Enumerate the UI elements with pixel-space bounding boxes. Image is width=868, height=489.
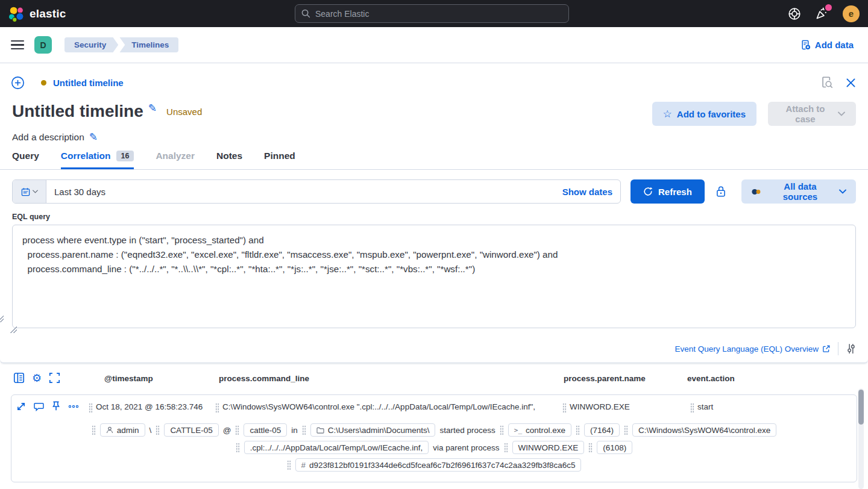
add-data-label: Add data (815, 40, 854, 50)
parent-process-badge[interactable]: WINWORD.EXE (512, 441, 585, 454)
description-row[interactable]: Add a description ✎ (0, 126, 868, 143)
drag-handle[interactable] (504, 443, 508, 453)
external-link-icon (822, 345, 830, 353)
lock-icon[interactable] (714, 185, 728, 198)
timeline-status-dot (41, 80, 46, 86)
pin-event-icon[interactable] (52, 401, 60, 411)
drag-handle[interactable] (235, 425, 239, 435)
close-icon[interactable] (846, 78, 856, 88)
drag-handle[interactable] (576, 425, 580, 435)
user-badge[interactable]: admin (100, 423, 145, 437)
user-avatar[interactable]: e (843, 5, 860, 22)
eql-query-label: EQL query (12, 213, 856, 221)
more-actions-icon[interactable] (68, 402, 79, 411)
data-sources-label: All data sources (767, 181, 833, 202)
drag-handle[interactable] (215, 403, 219, 413)
date-quick-select-button[interactable] (13, 180, 46, 203)
drag-handle[interactable] (236, 443, 240, 453)
drag-handle[interactable] (92, 425, 96, 435)
drag-handle[interactable] (562, 403, 567, 413)
cell-event-action[interactable]: start (690, 402, 713, 413)
drag-handle[interactable] (500, 425, 504, 435)
cell-command-line[interactable]: C:\Windows\SysWOW64\control.exe ".cpl:..… (215, 402, 562, 413)
scrollbar-thumb[interactable] (858, 390, 864, 425)
hostname-badge[interactable]: CATTLE-05 (164, 423, 218, 437)
tab-pinned[interactable]: Pinned (264, 151, 295, 169)
add-to-favorites-button[interactable]: ☆ Add to favorites (652, 102, 756, 126)
chevron-down-icon (838, 111, 845, 116)
breadcrumb-timelines[interactable]: Timelines (119, 37, 178, 53)
edit-title-icon[interactable]: ✎ (148, 102, 157, 114)
process-name-badge[interactable]: >_ control.exe (508, 423, 571, 437)
parent-pid-badge[interactable]: (6108) (597, 441, 632, 454)
hash-icon: # (301, 461, 306, 470)
breadcrumb: Security Timelines (64, 37, 178, 53)
fullscreen-icon[interactable] (49, 372, 60, 384)
show-dates-button[interactable]: Show dates (562, 187, 612, 197)
host-badge[interactable]: cattle-05 (244, 423, 287, 437)
drag-handle[interactable] (624, 425, 628, 435)
drag-handle[interactable] (690, 403, 694, 413)
query-settings-icon[interactable] (846, 343, 856, 354)
global-header: elastic e (0, 0, 868, 27)
eql-query-textarea[interactable]: process where event.type in ("start", "p… (12, 225, 856, 328)
working-directory-badge[interactable]: C:\Users\admin\Documents\ (310, 423, 436, 437)
drag-handle[interactable] (156, 425, 160, 435)
tab-correlation[interactable]: Correlation 16 (61, 151, 134, 170)
events-table-header: ⚙ @timestamp process.command_line proces… (0, 371, 868, 391)
space-badge[interactable]: D (34, 36, 52, 54)
global-search[interactable] (295, 4, 569, 23)
column-header-event-action[interactable]: event.action (687, 374, 735, 383)
tab-notes[interactable]: Notes (216, 151, 242, 169)
divider (838, 342, 838, 355)
eql-overview-link[interactable]: Event Query Language (EQL) Overview (675, 344, 830, 354)
drag-handle[interactable] (302, 425, 306, 435)
star-icon: ☆ (663, 108, 672, 120)
process-args-badge[interactable]: .cpl:../../../AppData/Local/Temp/Low/IEc… (244, 441, 429, 454)
tab-query[interactable]: Query (12, 151, 39, 169)
search-events-icon[interactable] (821, 76, 833, 89)
resize-handle-icon[interactable] (0, 316, 4, 322)
edit-description-icon[interactable]: ✎ (89, 131, 98, 143)
refresh-button[interactable]: Refresh (631, 179, 705, 204)
add-data-button[interactable]: Add data (800, 40, 854, 50)
event-renderer-line-3: # d923f812bf0191f3344de6cd5fceaf6c7b2f69… (11, 458, 857, 472)
vertical-scrollbar[interactable] (858, 388, 864, 489)
process-pid-badge[interactable]: (7164) (584, 423, 620, 437)
add-note-icon[interactable] (34, 402, 44, 411)
attach-to-case-button[interactable]: Attach to case (768, 102, 856, 126)
data-sources-button[interactable]: All data sources (741, 179, 856, 204)
gear-icon[interactable]: ⚙ (32, 373, 42, 384)
drag-handle[interactable] (588, 443, 593, 453)
executable-badge[interactable]: C:\Windows\SysWOW64\control.exe (632, 423, 776, 437)
drag-handle[interactable] (287, 460, 291, 470)
column-header-timestamp[interactable]: @timestamp (104, 374, 153, 383)
expand-event-icon[interactable] (16, 402, 26, 411)
data-view-icon (751, 188, 761, 196)
date-range-text[interactable]: Last 30 days (54, 187, 105, 197)
timeline-title-link[interactable]: Untitled timeline (53, 78, 124, 88)
favorites-label: Add to favorites (677, 109, 746, 119)
menu-icon[interactable] (11, 40, 24, 50)
attach-label: Attach to case (779, 104, 832, 124)
column-header-parent-name[interactable]: process.parent.name (564, 374, 646, 383)
add-data-icon (800, 40, 811, 50)
breadcrumb-security[interactable]: Security (64, 37, 118, 53)
event-renderer-line-1: admin \ CATTLE-05 @ cattle-05 in C:\User… (11, 423, 857, 437)
columns-icon[interactable] (13, 372, 25, 384)
elastic-brand[interactable]: elastic (0, 6, 66, 22)
timeline-flyout-header: Untitled timeline (0, 63, 868, 90)
new-timeline-icon[interactable] (11, 76, 25, 90)
column-header-command-line[interactable]: process.command_line (219, 374, 309, 383)
hash-badge[interactable]: # d923f812bf0191f3344de6cd5fceaf6c7b2f69… (295, 458, 582, 472)
newsfeed-icon[interactable] (815, 7, 829, 20)
cell-timestamp[interactable]: Oct 18, 2021 @ 16:58:23.746 (89, 402, 203, 413)
terminal-icon: >_ (514, 426, 522, 434)
help-icon[interactable] (788, 7, 801, 20)
date-picker: Last 30 days Show dates (12, 179, 621, 204)
tab-analyzer[interactable]: Analyzer (156, 151, 195, 169)
cell-parent-name[interactable]: WINWORD.EXE (562, 402, 630, 413)
event-row: Oct 18, 2021 @ 16:58:23.746 C:\Windows\S… (11, 395, 857, 419)
global-search-input[interactable] (315, 9, 562, 19)
drag-handle[interactable] (89, 403, 93, 413)
